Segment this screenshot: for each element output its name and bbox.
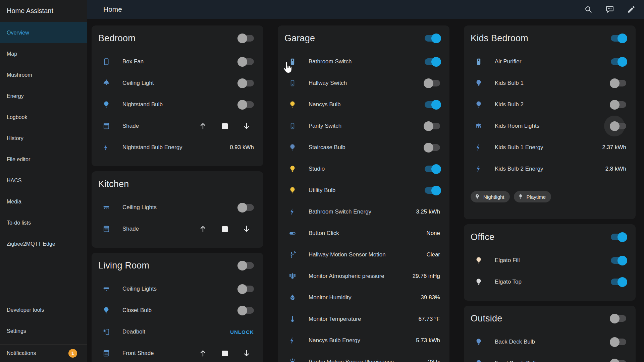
- entity-row-bathroom-switch[interactable]: Bathroom Switch: [278, 51, 449, 72]
- toggle[interactable]: [238, 307, 254, 314]
- sidebar-item-developer-tools[interactable]: Developer tools: [0, 299, 87, 320]
- entity-row-pantry-motion-sensor-illuminance[interactable]: Pantry Motion Sensor Illuminance23 lx: [278, 351, 449, 362]
- entity-row-deadbolt[interactable]: DeadboltUNLOCK: [92, 321, 263, 343]
- toggle[interactable]: [238, 58, 254, 65]
- entity-row-kids-bulb-1-energy[interactable]: Kids Bulb 1 Energy2.37 kWh: [464, 137, 636, 158]
- entity-row-ceiling-light[interactable]: Ceiling Light: [92, 72, 263, 94]
- toggle[interactable]: [238, 204, 254, 211]
- sidebar-item-map[interactable]: Map: [0, 43, 87, 64]
- entity-row-studio[interactable]: Studio: [278, 158, 449, 180]
- chip-nightlight[interactable]: Nightlight: [471, 191, 510, 202]
- toggle[interactable]: [238, 285, 254, 293]
- sidebar-item-to-do-lists[interactable]: To-do lists: [0, 212, 87, 233]
- sidebar-item-mushroom[interactable]: Mushroom: [0, 64, 87, 85]
- toggle[interactable]: [425, 58, 440, 65]
- entity-row-shade[interactable]: Shade: [92, 115, 263, 137]
- sidebar-item-notifications[interactable]: Notifications1: [0, 345, 87, 362]
- lightbulb-icon: [475, 359, 483, 362]
- sidebar-item-history[interactable]: History: [0, 128, 87, 149]
- entity-row-utility-bulb[interactable]: Utility Bulb: [278, 180, 449, 201]
- entity-row-monitor-temperature[interactable]: Monitor Temperature67.73 °F: [278, 308, 449, 330]
- search-button[interactable]: [580, 1, 596, 17]
- toggle[interactable]: [425, 101, 440, 108]
- cover-down-button[interactable]: [239, 346, 254, 361]
- entity-row-ceiling-lights[interactable]: Ceiling Lights: [92, 278, 263, 300]
- toggle[interactable]: [425, 122, 440, 130]
- cover-down-button[interactable]: [239, 119, 254, 133]
- entity-row-elgato-fill[interactable]: Elgato Fill: [464, 250, 636, 271]
- cover-stop-button[interactable]: [217, 346, 232, 361]
- toggle[interactable]: [611, 338, 626, 346]
- toggle[interactable]: [238, 262, 254, 269]
- toggle[interactable]: [425, 165, 440, 173]
- toggle[interactable]: [611, 278, 626, 286]
- entity-row-nightstand-bulb[interactable]: Nightstand Bulb: [92, 94, 263, 115]
- toggle[interactable]: [611, 233, 626, 241]
- sidebar-item-logbook[interactable]: Logbook: [0, 107, 87, 128]
- entity-row-bathroom-switch-energy[interactable]: Bathroom Switch Energy3.25 kWh: [278, 201, 449, 223]
- toggle[interactable]: [611, 257, 626, 264]
- lightbulb-icon: [288, 186, 297, 194]
- cover-up-button[interactable]: [196, 222, 210, 236]
- entity-name: Closet Bulb: [122, 307, 238, 314]
- entity-row-kids-bulb-2[interactable]: Kids Bulb 2: [464, 94, 636, 115]
- entity-row-hallway-switch[interactable]: Hallway Switch: [278, 72, 449, 94]
- toggle[interactable]: [611, 35, 626, 42]
- entity-state: 2.37 kWh: [602, 144, 626, 151]
- sidebar-item-hacs[interactable]: HACS: [0, 170, 87, 191]
- sidebar-item-zigbee2mqtt-edge[interactable]: Zigbee2MQTT Edge: [0, 233, 87, 254]
- sidebar-item-settings[interactable]: Settings: [0, 320, 87, 342]
- sidebar-item-file-editor[interactable]: File editor: [0, 149, 87, 170]
- entity-row-monitor-humidity[interactable]: Monitor Humidity39.83%: [278, 287, 449, 308]
- cover-stop-button[interactable]: [217, 119, 232, 133]
- entity-row-button-click[interactable]: Button ClickNone: [278, 223, 449, 244]
- entity-row-kids-bulb-2-energy[interactable]: Kids Bulb 2 Energy2.8 kWh: [464, 158, 636, 180]
- toggle[interactable]: [425, 35, 440, 42]
- edit-button[interactable]: [623, 1, 639, 17]
- cover-down-button[interactable]: [239, 222, 254, 236]
- entity-row-front-shade[interactable]: Front Shade: [92, 343, 263, 362]
- unlock-button[interactable]: UNLOCK: [230, 329, 254, 335]
- sidebar-item-media[interactable]: Media: [0, 191, 87, 212]
- entity-row-monitor-atmospheric-pressure[interactable]: Monitor Atmospheric pressure29.76 inHg: [278, 265, 449, 287]
- sidebar-item-overview[interactable]: Overview: [0, 22, 87, 43]
- toggle[interactable]: [238, 79, 254, 87]
- entity-row-staircase-bulb[interactable]: Staircase Bulb: [278, 137, 449, 158]
- sidebar-item-energy[interactable]: Energy: [0, 85, 87, 107]
- entity-row-back-deck-bulb[interactable]: Back Deck Bulb: [464, 331, 636, 353]
- entity-row-kids-bulb-1[interactable]: Kids Bulb 1: [464, 72, 636, 94]
- cover-up-button[interactable]: [196, 346, 210, 361]
- entity-row-elgato-top[interactable]: Elgato Top: [464, 271, 636, 293]
- toggle[interactable]: [425, 79, 440, 87]
- toggle[interactable]: [611, 79, 626, 87]
- entity-row-ceiling-lights[interactable]: Ceiling Lights: [92, 197, 263, 218]
- entity-row-panty-switch[interactable]: Panty Switch: [278, 115, 449, 137]
- toggle[interactable]: [611, 315, 626, 322]
- entity-row-closet-bulb[interactable]: Closet Bulb: [92, 300, 263, 321]
- entity-row-box-fan[interactable]: Box Fan: [92, 51, 263, 72]
- toggle[interactable]: [611, 58, 626, 65]
- toggle[interactable]: [611, 101, 626, 108]
- shutter-icon: [102, 122, 110, 130]
- entity-row-air-purifier[interactable]: Air Purifier: [464, 51, 636, 72]
- toggle[interactable]: [238, 101, 254, 108]
- entity-row-kids-room-lights[interactable]: Kids Room Lights: [464, 115, 636, 137]
- shutter-icon: [102, 225, 110, 233]
- toggle[interactable]: [238, 35, 254, 42]
- cover-up-button[interactable]: [196, 119, 210, 133]
- toggle[interactable]: [611, 122, 626, 130]
- switch-off-icon: [288, 122, 297, 130]
- entity-name: Front Porch Bulb: [495, 360, 611, 362]
- assist-button[interactable]: [602, 1, 618, 17]
- entity-row-nightstand-bulb-energy[interactable]: Nightstand Bulb Energy0.93 kWh: [92, 137, 263, 158]
- cover-stop-button[interactable]: [217, 222, 232, 236]
- entity-row-front-porch-bulb[interactable]: Front Porch Bulb: [464, 353, 636, 362]
- toggle[interactable]: [425, 144, 440, 151]
- entity-row-shade[interactable]: Shade: [92, 218, 263, 240]
- chip-playtime[interactable]: Playtime: [514, 191, 551, 202]
- toggle[interactable]: [425, 187, 440, 194]
- entity-row-hallway-motion-sensor-motion[interactable]: Hallway Motion Sensor MotionClear: [278, 244, 449, 265]
- entity-row-nancys-bulb[interactable]: Nancys Bulb: [278, 94, 449, 115]
- toggle[interactable]: [611, 360, 626, 362]
- entity-row-nancys-bulb-energy[interactable]: Nancys Bulb Energy5.73 kWh: [278, 330, 449, 351]
